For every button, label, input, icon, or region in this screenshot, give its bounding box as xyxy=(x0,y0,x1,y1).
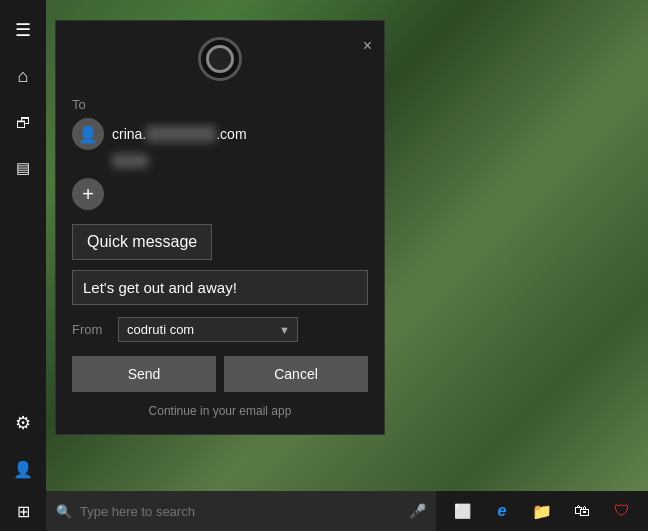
cortana-header: × xyxy=(56,21,384,89)
sidebar-item-settings[interactable]: ⚙ xyxy=(0,401,46,445)
from-select[interactable]: codruti com xyxy=(118,317,298,342)
cortana-logo xyxy=(198,37,242,81)
recipient-email: crina.xxxxxxxxxx.com xyxy=(112,126,247,142)
recipient-sub: cxxxxx xyxy=(112,154,368,168)
sidebar-item-news[interactable]: 🗗 xyxy=(0,100,46,144)
edge-icon: e xyxy=(498,502,507,520)
cancel-button[interactable]: Cancel xyxy=(224,356,368,392)
recipient-email-blurred: xxxxxxxxxx xyxy=(146,126,216,142)
sidebar-item-hamburger[interactable]: ☰ xyxy=(0,8,46,52)
email-form: To 👤 crina.xxxxxxxxxx.com cxxxxx + Quick… xyxy=(56,89,384,434)
taskbar-search[interactable]: 🔍 🎤 xyxy=(46,491,436,531)
sidebar-item-account[interactable]: 👤 xyxy=(0,447,46,491)
from-label: From xyxy=(72,322,110,337)
continue-link[interactable]: Continue in your email app xyxy=(72,404,368,418)
taskbar: ⊞ 🔍 🎤 ⬜ e 📁 🛍 🛡 xyxy=(0,491,648,531)
from-row: From codruti com ▼ xyxy=(72,317,368,342)
cortana-logo-inner xyxy=(206,45,234,73)
mic-icon: 🎤 xyxy=(409,503,426,519)
recipient-row: 👤 crina.xxxxxxxxxx.com xyxy=(72,118,368,150)
task-view-button[interactable]: ⬜ xyxy=(444,491,480,531)
recipient-avatar: 👤 xyxy=(72,118,104,150)
to-label: To xyxy=(72,97,368,112)
windows-icon: ⊞ xyxy=(17,502,30,521)
store-icon: 🛍 xyxy=(574,502,590,520)
message-input[interactable] xyxy=(72,270,368,305)
security-button[interactable]: 🛡 xyxy=(604,491,640,531)
recipient-sub-blurred: cxxxxx xyxy=(112,154,148,168)
taskbar-icons: ⬜ e 📁 🛍 🛡 xyxy=(436,491,648,531)
search-icon: 🔍 xyxy=(56,504,72,519)
cortana-panel: × To 👤 crina.xxxxxxxxxx.com cxxxxx + Qui… xyxy=(55,20,385,435)
search-input[interactable] xyxy=(80,504,240,519)
task-view-icon: ⬜ xyxy=(454,503,471,519)
person-icon: 👤 xyxy=(78,125,98,144)
sidebar-item-phone[interactable]: ▤ xyxy=(0,146,46,190)
quick-message-button[interactable]: Quick message xyxy=(72,224,212,260)
folder-button[interactable]: 📁 xyxy=(524,491,560,531)
from-select-wrapper: codruti com ▼ xyxy=(118,317,298,342)
action-buttons: Send Cancel xyxy=(72,356,368,392)
start-button[interactable]: ⊞ xyxy=(0,491,46,531)
sidebar: ☰ ⌂ 🗗 ▤ ⚙ 👤 xyxy=(0,0,46,491)
sidebar-item-home[interactable]: ⌂ xyxy=(0,54,46,98)
close-button[interactable]: × xyxy=(363,37,372,55)
edge-button[interactable]: e xyxy=(484,491,520,531)
store-button[interactable]: 🛍 xyxy=(564,491,600,531)
security-icon: 🛡 xyxy=(614,502,630,520)
folder-icon: 📁 xyxy=(532,502,552,521)
send-button[interactable]: Send xyxy=(72,356,216,392)
add-recipient-button[interactable]: + xyxy=(72,178,104,210)
